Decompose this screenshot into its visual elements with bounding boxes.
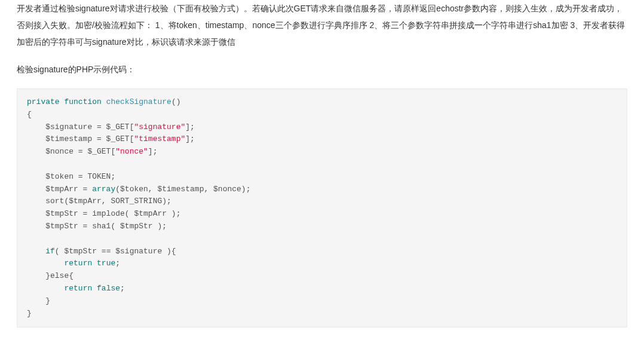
code-line-18: } bbox=[27, 309, 32, 318]
code-line-11: $tmpStr = sha1( $tmpStr ); bbox=[27, 222, 167, 231]
code-line-7: $token = TOKEN; bbox=[27, 172, 115, 181]
example-title: 检验signature的PHP示例代码： bbox=[17, 61, 627, 78]
code-line-16: return false; bbox=[27, 284, 125, 293]
code-line-2: { bbox=[27, 110, 32, 119]
code-block: private function checkSignature() { $sig… bbox=[17, 88, 627, 327]
code-line-10: $tmpStr = implode( $tmpArr ); bbox=[27, 209, 180, 218]
code-line-13: if( $tmpStr == $signature ){ bbox=[27, 247, 176, 256]
code-line-15: }else{ bbox=[27, 271, 73, 280]
code-line-5: $nonce = $_GET["nonce"]; bbox=[27, 147, 157, 156]
code-line-9: sort($tmpArr, SORT_STRING); bbox=[27, 197, 171, 206]
code-line-17: } bbox=[27, 296, 50, 305]
code-line-1: private function checkSignature() bbox=[27, 97, 180, 106]
intro-paragraph: 开发者通过检验signature对请求进行校验（下面有校验方式）。若确认此次GE… bbox=[17, 0, 627, 50]
code-line-8: $tmpArr = array($token, $timestamp, $non… bbox=[27, 185, 250, 194]
code-line-14: return true; bbox=[27, 259, 120, 268]
code-line-3: $signature = $_GET["signature"]; bbox=[27, 122, 195, 131]
code-line-4: $timestamp = $_GET["timestamp"]; bbox=[27, 134, 195, 143]
